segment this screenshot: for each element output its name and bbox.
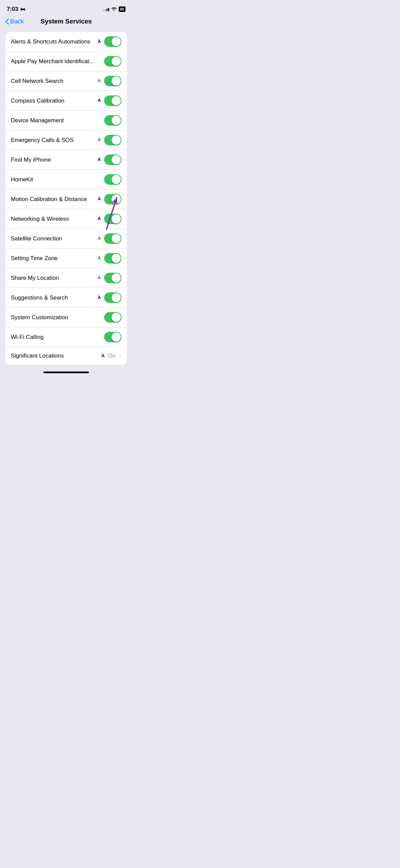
row-right-emergency <box>97 135 121 145</box>
row-value-significant: On <box>108 352 116 359</box>
location-icon-timezone <box>97 255 101 261</box>
settings-row-alerts-shortcuts[interactable]: Alerts & Shortcuts Automations <box>5 32 127 52</box>
chevron-icon-significant: › <box>120 353 121 359</box>
location-icon-compass <box>97 97 101 104</box>
row-right-share-location <box>97 273 121 283</box>
settings-row-networking[interactable]: Networking & Wireless <box>5 209 127 229</box>
toggle-knob-homekit <box>112 175 121 184</box>
sleep-icon: 🛏 <box>20 6 25 12</box>
toggle-knob-wifi-calling <box>112 332 121 342</box>
row-right-wifi-calling <box>104 332 121 342</box>
row-right-motion <box>97 194 121 204</box>
battery-level: 80 <box>120 7 124 11</box>
row-right-device-mgmt <box>104 115 121 126</box>
settings-list: Alerts & Shortcuts Automations Apple Pay… <box>5 32 127 365</box>
location-icon-networking <box>97 216 101 222</box>
settings-row-suggestions[interactable]: Suggestions & Search <box>5 288 127 308</box>
toggle-apple-pay[interactable] <box>104 56 121 67</box>
row-label-satellite: Satellite Connection <box>11 235 97 242</box>
row-label-wifi-calling: Wi-Fi Calling <box>11 334 104 341</box>
location-icon-emergency <box>97 137 101 143</box>
row-label-homekit: HomeKit <box>11 176 104 183</box>
row-right-suggestions <box>97 292 121 303</box>
wifi-icon <box>111 6 117 12</box>
toggle-knob-cell-network <box>112 76 121 86</box>
row-label-alerts-shortcuts: Alerts & Shortcuts Automations <box>11 38 97 45</box>
signal-icon <box>103 7 109 11</box>
toggle-wifi-calling[interactable] <box>104 332 121 342</box>
row-label-share-location: Share My Location <box>11 275 97 282</box>
location-icon-find-iphone <box>97 157 101 163</box>
toggle-emergency[interactable] <box>104 135 121 145</box>
location-icon-motion <box>97 196 101 202</box>
time-display: 7:03 <box>7 6 18 13</box>
toggle-knob-device-mgmt <box>112 116 121 125</box>
toggle-knob-find-iphone <box>112 155 121 164</box>
settings-row-significant[interactable]: Significant Locations On› <box>5 347 127 365</box>
settings-row-satellite[interactable]: Satellite Connection <box>5 229 127 249</box>
toggle-knob-motion <box>112 195 121 204</box>
toggle-cell-network[interactable] <box>104 76 121 86</box>
location-icon-alerts-shortcuts <box>97 38 101 45</box>
toggle-find-iphone[interactable] <box>104 155 121 165</box>
location-icon-share-location <box>97 275 101 281</box>
row-right-significant: On› <box>101 352 121 359</box>
toggle-knob-compass <box>112 96 121 105</box>
settings-row-emergency[interactable]: Emergency Calls & SOS <box>5 130 127 150</box>
toggle-compass[interactable] <box>104 95 121 106</box>
toggle-networking[interactable] <box>104 214 121 224</box>
row-right-alerts-shortcuts <box>97 36 121 47</box>
row-label-device-mgmt: Device Management <box>11 117 104 124</box>
toggle-homekit[interactable] <box>104 174 121 185</box>
row-label-compass: Compass Calibration <box>11 97 97 104</box>
settings-row-compass[interactable]: Compass Calibration <box>5 91 127 111</box>
row-label-suggestions: Suggestions & Search <box>11 294 97 301</box>
settings-row-find-iphone[interactable]: Find My iPhone <box>5 150 127 170</box>
toggle-motion[interactable] <box>104 194 121 204</box>
toggle-share-location[interactable] <box>104 273 121 283</box>
status-bar: 7:03 🛏 80 <box>0 0 132 16</box>
status-time: 7:03 🛏 <box>7 6 25 13</box>
settings-row-apple-pay[interactable]: Apple Pay Merchant Identificat... <box>5 52 127 71</box>
toggle-knob-system-custom <box>112 313 121 322</box>
row-right-homekit <box>104 174 121 185</box>
row-right-cell-network <box>97 76 121 86</box>
toggle-timezone[interactable] <box>104 253 121 264</box>
settings-row-timezone[interactable]: Setting Time Zone <box>5 249 127 268</box>
settings-row-system-custom[interactable]: System Customization <box>5 308 127 327</box>
toggle-knob-timezone <box>112 254 121 263</box>
home-indicator <box>43 372 89 373</box>
settings-list-container: Alerts & Shortcuts Automations Apple Pay… <box>0 32 132 365</box>
row-label-significant: Significant Locations <box>11 352 101 359</box>
toggle-knob-satellite <box>112 234 121 243</box>
toggle-device-mgmt[interactable] <box>104 115 121 126</box>
toggle-system-custom[interactable] <box>104 312 121 323</box>
row-label-emergency: Emergency Calls & SOS <box>11 137 97 144</box>
toggle-knob-alerts-shortcuts <box>112 37 121 46</box>
toggle-satellite[interactable] <box>104 233 121 244</box>
settings-row-cell-network[interactable]: Cell Network Search <box>5 71 127 91</box>
location-icon-suggestions <box>97 294 101 301</box>
status-icons: 80 <box>103 6 126 12</box>
nav-bar: Back System Services <box>0 16 132 29</box>
row-right-satellite <box>97 233 121 244</box>
settings-row-wifi-calling[interactable]: Wi-Fi Calling <box>5 327 127 347</box>
row-label-cell-network: Cell Network Search <box>11 78 97 85</box>
battery-icon: 80 <box>119 6 126 12</box>
settings-row-share-location[interactable]: Share My Location <box>5 268 127 288</box>
toggle-knob-share-location <box>112 273 121 283</box>
toggle-alerts-shortcuts[interactable] <box>104 36 121 47</box>
back-button[interactable]: Back <box>5 18 24 25</box>
row-right-find-iphone <box>97 155 121 165</box>
settings-row-motion[interactable]: Motion Calibration & Distance <box>5 189 127 209</box>
settings-row-device-mgmt[interactable]: Device Management <box>5 111 127 130</box>
back-label: Back <box>10 18 24 25</box>
row-right-networking <box>97 214 121 224</box>
row-right-system-custom <box>104 312 121 323</box>
row-right-apple-pay <box>104 56 121 67</box>
row-label-find-iphone: Find My iPhone <box>11 157 97 163</box>
row-label-timezone: Setting Time Zone <box>11 255 97 262</box>
location-icon-significant <box>101 353 105 359</box>
settings-row-homekit[interactable]: HomeKit <box>5 170 127 189</box>
toggle-suggestions[interactable] <box>104 292 121 303</box>
